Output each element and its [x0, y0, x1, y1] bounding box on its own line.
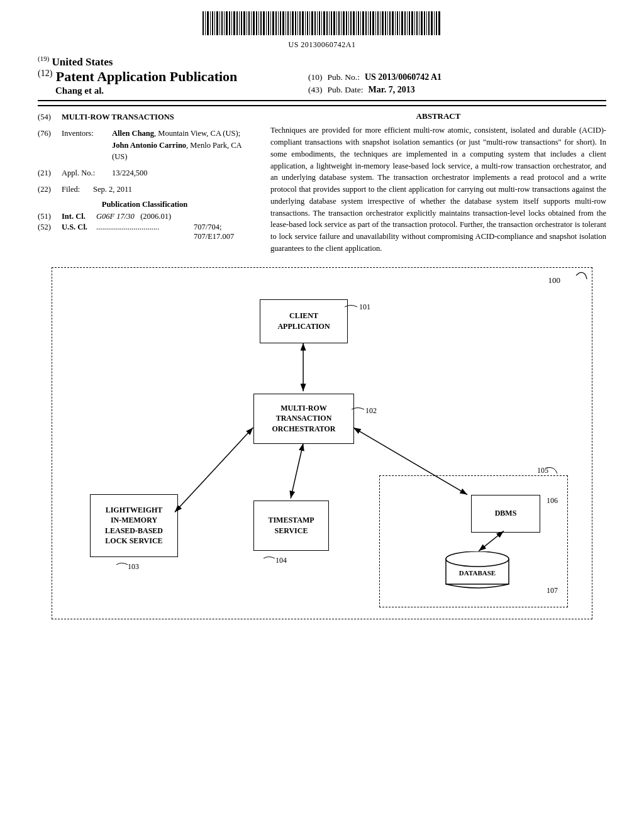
svg-rect-6 — [216, 11, 218, 35]
ref-100-arrow — [541, 268, 592, 293]
int-cl-label: Int. Cl. — [62, 212, 96, 221]
title-num: (54) — [38, 111, 62, 123]
svg-rect-5 — [214, 11, 215, 35]
svg-rect-69 — [370, 11, 371, 35]
us-cl-num: (52) — [38, 223, 62, 241]
svg-rect-37 — [292, 11, 294, 35]
svg-rect-95 — [434, 11, 435, 35]
header-right: (10) Pub. No.: US 2013/0060742 A1 (43) P… — [302, 55, 606, 95]
doc-type: Patent Application Publication — [56, 69, 237, 84]
dbms-label: DBMS — [495, 509, 517, 518]
svg-rect-94 — [431, 11, 433, 35]
inventors-value: Allen Chang, Mountain View, CA (US); Joh… — [112, 128, 252, 162]
svg-rect-7 — [219, 11, 220, 35]
page: US 20130060742A1 (19) United States (12)… — [0, 0, 644, 830]
svg-rect-17 — [243, 11, 245, 35]
svg-rect-85 — [409, 11, 410, 35]
ref-104-arrow — [264, 553, 279, 563]
filed-num: (22) — [38, 184, 62, 195]
doc-type-num: (12) — [38, 69, 52, 78]
svg-rect-24 — [260, 11, 262, 35]
us-cl-label: U.S. Cl. — [62, 223, 96, 241]
pub-no-label: Pub. No.: — [328, 72, 360, 82]
int-cl-num: (51) — [38, 212, 62, 221]
svg-rect-58 — [343, 11, 345, 35]
pub-date-label: Pub. Date: — [328, 85, 364, 95]
svg-rect-22 — [256, 11, 257, 35]
database-cylinder: DATABASE — [443, 551, 512, 592]
svg-rect-51 — [326, 11, 328, 35]
svg-line-105 — [175, 428, 253, 512]
inventors-header: Chang et al. — [38, 86, 302, 96]
svg-rect-41 — [302, 11, 304, 35]
svg-rect-38 — [295, 11, 296, 35]
svg-rect-20 — [251, 11, 252, 35]
svg-rect-68 — [368, 11, 369, 35]
svg-rect-52 — [329, 11, 330, 35]
svg-rect-26 — [266, 11, 267, 35]
svg-rect-46 — [314, 11, 316, 35]
client-app-label: CLIENTAPPLICATION — [277, 311, 330, 331]
pub-number-line: (10) Pub. No.: US 2013/0060742 A1 — [308, 72, 606, 82]
ref-107: 107 — [547, 586, 558, 595]
appl-value: 13/224,500 — [112, 167, 252, 179]
svg-rect-42 — [305, 11, 306, 35]
svg-rect-76 — [387, 11, 388, 35]
barcode-area — [38, 11, 606, 38]
header-divider2 — [38, 105, 606, 106]
svg-rect-31 — [278, 11, 279, 35]
lock-service-box: LIGHTWEIGHTIN-MEMORYLEASED-BASEDLOCK SER… — [90, 494, 178, 557]
svg-rect-28 — [270, 11, 271, 35]
left-column: (54) MULTI-ROW TRANSACTIONS (76) Invento… — [38, 111, 252, 254]
svg-rect-3 — [210, 11, 211, 35]
svg-rect-88 — [416, 11, 418, 35]
svg-rect-74 — [382, 11, 384, 35]
svg-rect-11 — [229, 11, 230, 35]
svg-rect-66 — [362, 11, 364, 35]
svg-rect-59 — [346, 11, 347, 35]
ref-103-arrow — [116, 560, 131, 570]
orchestrator-box: MULTI-ROWTRANSACTIONORCHESTRATOR — [253, 394, 354, 444]
svg-text:DATABASE: DATABASE — [459, 569, 496, 577]
svg-line-98 — [576, 273, 579, 275]
abstract-text: Techniques are provided for more efficie… — [270, 124, 606, 254]
patent-number: US 20130060742A1 — [38, 40, 606, 50]
svg-rect-23 — [258, 11, 259, 35]
header-divider — [38, 100, 606, 101]
diagram-area: 100 CLIENTAPPLICATION 101 MULTI-ROWTRANS… — [38, 267, 606, 619]
filed-value: Sep. 2, 2011 — [93, 184, 252, 195]
svg-rect-55 — [336, 11, 337, 35]
svg-rect-64 — [358, 11, 359, 35]
country-num: (19) — [38, 55, 49, 62]
svg-rect-32 — [280, 11, 281, 35]
int-cl-subclass: G06F 17/30 — [96, 212, 135, 221]
svg-rect-63 — [356, 11, 357, 35]
svg-rect-19 — [248, 11, 250, 35]
country-line: (19) United States — [38, 55, 302, 69]
svg-rect-93 — [428, 11, 430, 35]
svg-rect-77 — [389, 11, 391, 35]
svg-rect-96 — [436, 11, 437, 35]
pub-date-num: (43) — [308, 85, 323, 95]
svg-rect-79 — [395, 11, 396, 35]
svg-rect-78 — [392, 11, 394, 35]
title-value: MULTI-ROW TRANSACTIONS — [62, 111, 252, 123]
svg-rect-65 — [360, 11, 361, 35]
us-cl-value: 707/704; 707/E17.007 — [194, 223, 252, 241]
svg-rect-84 — [407, 11, 408, 35]
client-app-box: CLIENTAPPLICATION — [260, 299, 348, 343]
svg-rect-29 — [272, 11, 274, 35]
svg-line-106 — [291, 443, 303, 499]
svg-rect-16 — [241, 11, 242, 35]
svg-rect-82 — [401, 11, 403, 35]
svg-rect-0 — [203, 11, 204, 35]
svg-rect-49 — [321, 11, 322, 35]
svg-rect-61 — [350, 11, 352, 35]
right-column: ABSTRACT Techniques are provided for mor… — [270, 111, 606, 254]
us-cl-dots: ................................ — [96, 223, 194, 241]
country-name: United States — [52, 56, 113, 68]
ref-102-arrow — [352, 404, 369, 414]
svg-point-100 — [446, 551, 509, 567]
outer-dashed-box: 105 DBMS 106 — [379, 475, 568, 607]
body-content: (54) MULTI-ROW TRANSACTIONS (76) Invento… — [38, 111, 606, 254]
